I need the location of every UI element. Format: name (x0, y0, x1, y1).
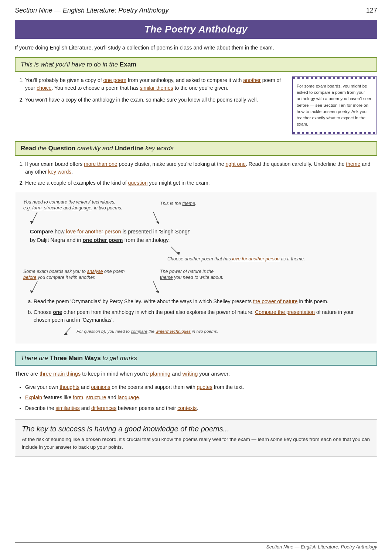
link-explain[interactable]: Explain (25, 394, 42, 400)
link-form[interactable]: form (73, 394, 83, 400)
arrow-bottom-note (60, 327, 75, 337)
link-theme[interactable]: theme (346, 161, 360, 167)
link-more-than-one[interactable]: more than one (84, 161, 117, 167)
exam-item-2: You won't have a copy of the anthology i… (25, 96, 286, 104)
main-question-1: Compare how love for another person is p… (30, 228, 369, 244)
read-item-1: If your exam board offers more than one … (25, 160, 377, 176)
all-text: all (202, 97, 207, 103)
arrow-left2 (23, 281, 45, 295)
read-question-list: If your exam board offers more than one … (15, 160, 377, 187)
three-ways-section: There are Three Main Ways to get marks T… (15, 351, 377, 413)
arrow-choose (167, 246, 186, 256)
intro-text: If you're doing English Literature, you'… (15, 44, 377, 52)
link-contexts[interactable]: contexts (177, 405, 197, 411)
link-three-main[interactable]: three main things (40, 371, 81, 377)
svg-marker-3 (156, 222, 159, 224)
three-ways-header-text: There are Three Main Ways to get marks (21, 355, 137, 362)
exam-header-text: This is what you'll have to do in the Ex… (21, 61, 136, 68)
link-structure[interactable]: structure (86, 394, 106, 400)
top-left-label: You need to compare the writers' techniq… (23, 199, 122, 211)
main-title: The Poetry Anthology (15, 24, 377, 35)
footer-bar: Section Nine — English Literature: Poetr… (15, 542, 377, 550)
main-title-bar: The Poetry Anthology (15, 20, 377, 39)
page: Section Nine — English Literature: Poetr… (0, 0, 392, 554)
link-choice[interactable]: choice (37, 85, 51, 91)
arrow-right (145, 211, 167, 225)
link-one-poem[interactable]: one poem (103, 77, 126, 83)
link-another[interactable]: another (243, 77, 260, 83)
link-language[interactable]: language (118, 394, 139, 400)
link-analyse[interactable]: analyse (87, 269, 103, 274)
exam-section: You'll probably be given a copy of one p… (15, 76, 377, 134)
three-ways-item-1: Give your own thoughts and opinions on t… (25, 383, 377, 391)
link-quotes[interactable]: quotes (197, 384, 212, 390)
link-writing[interactable]: writing (182, 371, 198, 377)
link-opinions[interactable]: opinions (91, 384, 110, 390)
three-ways-item-3: Describe the similarities and difference… (25, 404, 377, 413)
bottom-note: For question b), you need to compare the… (76, 329, 218, 334)
choose-note: Choose another poem that has love for an… (167, 256, 305, 261)
key-success-text: At the risk of sounding like a broken re… (22, 436, 370, 451)
link-writers-techniques[interactable]: writers' techniques (156, 329, 191, 334)
second-left-label: Some exam boards ask you to analyse one … (23, 269, 125, 280)
second-right-label: The power of nature is thetheme you need… (160, 269, 224, 280)
sidebar-box: For some exam boards, you might be asked… (292, 76, 377, 134)
link-question[interactable]: question (128, 180, 148, 186)
read-item-2: Here are a couple of examples of the kin… (25, 179, 377, 187)
section-label: Section Nine — English Literature: Poetr… (15, 7, 169, 14)
three-ways-list: Give your own thoughts and opinions on t… (15, 383, 377, 413)
three-ways-header: There are Three Main Ways to get marks (15, 351, 377, 366)
link-thoughts[interactable]: thoughts (59, 384, 79, 390)
svg-marker-1 (30, 221, 34, 224)
link-right-one[interactable]: right one (226, 161, 246, 167)
exam-item-1: You'll probably be given a copy of one p… (25, 76, 286, 92)
qbox-item-a: Read the poem 'Ozymandias' by Percy Shel… (34, 298, 369, 306)
qbox-abc-list: Read the poem 'Ozymandias' by Percy Shel… (23, 298, 369, 324)
sidebar-text: For some exam boards, you might be asked… (297, 84, 372, 127)
three-ways-intro: There are three main things to keep in m… (15, 370, 377, 378)
qbox-item-b: Choose one other poem from the anthology… (34, 308, 369, 324)
key-success-title: The key to success is having a good know… (22, 425, 370, 433)
footer-label: Section Nine — English Literature: Poetr… (266, 544, 377, 550)
exam-section-header: This is what you'll have to do in the Ex… (15, 57, 377, 72)
key-success-box: The key to success is having a good know… (15, 419, 377, 457)
top-right-label: This is the theme. (160, 201, 197, 206)
arrow-right2 (145, 281, 167, 295)
svg-marker-9 (156, 291, 159, 293)
link-before[interactable]: before (23, 275, 36, 280)
link-similar-themes[interactable]: similar themes (140, 85, 173, 91)
top-header: Section Nine — English Literature: Poetr… (15, 7, 377, 16)
link-love-for-another[interactable]: love for another person (66, 229, 121, 235)
link-compare-presentation[interactable]: Compare the presentation (255, 309, 315, 315)
link-planning[interactable]: planning (150, 371, 170, 377)
three-ways-item-2: Explain features like form, structure an… (25, 394, 377, 402)
link-power-of-nature[interactable]: the power of nature (253, 298, 298, 304)
link-similarities[interactable]: similarities (55, 405, 79, 411)
read-question-header: Read the Question carefully and Underlin… (15, 141, 377, 156)
example-question-box: You need to compare the writers' techniq… (15, 192, 377, 344)
arrow-left (23, 211, 45, 225)
svg-marker-7 (30, 290, 34, 293)
page-number: 127 (366, 7, 377, 14)
read-question-section: Read the Question carefully and Underlin… (15, 141, 377, 345)
svg-marker-11 (64, 332, 68, 335)
read-header-text: Read the Question carefully and Underlin… (21, 145, 174, 152)
wont-text: won't (35, 97, 47, 103)
link-differences[interactable]: differences (91, 405, 116, 411)
exam-list: You'll probably be given a copy of one p… (15, 76, 286, 134)
link-love2[interactable]: love for another person (232, 256, 280, 261)
link-key-words[interactable]: key words (48, 169, 71, 175)
